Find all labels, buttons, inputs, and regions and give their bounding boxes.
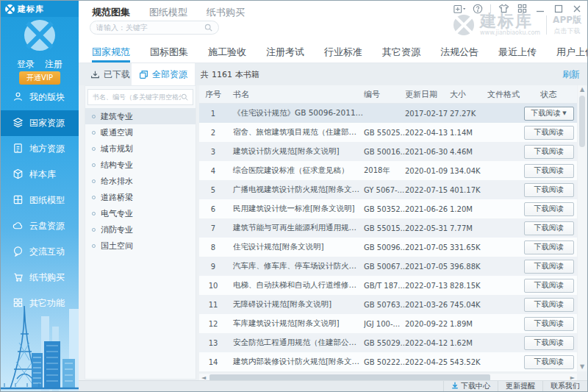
statusbar-联系我们[interactable]: 联系我们: [542, 381, 587, 391]
table-row[interactable]: 4综合医院建设标准（征求意见稿）2018年2020-01-09134.04K下载…: [199, 161, 577, 180]
download-read-button[interactable]: 下载阅读: [524, 145, 574, 159]
table-row[interactable]: 14建筑内部装修设计防火规范[附条文说明]GB 50222...2022-04-…: [199, 352, 577, 371]
minimize-icon[interactable]: [534, 3, 546, 14]
sidebar-item-纸书购买[interactable]: 纸书购买: [1, 265, 79, 291]
sidebar-item-地方资源[interactable]: 地方资源: [1, 136, 79, 162]
cell-code: GB 50016...: [364, 148, 405, 156]
category-tab-用户上传[interactable]: 用户上传: [556, 41, 588, 63]
watermark-app-download[interactable]: APP版 点击下载: [553, 14, 581, 36]
tab-downloaded[interactable]: 已下载: [90, 63, 130, 85]
nav-tab-规范图集[interactable]: 规范图集: [92, 6, 130, 19]
download-read-button[interactable]: 下载阅读: [524, 240, 574, 254]
sidebar-item-国家资源[interactable]: 国家资源: [1, 110, 79, 136]
table-row[interactable]: 8住宅设计规范[附条文说明]GB 50096...2021-07-05331.6…: [199, 238, 577, 257]
download-read-button[interactable]: 下载阅读: [524, 355, 574, 369]
register-link[interactable]: 注册: [45, 59, 62, 69]
table-row[interactable]: 11无障碍设计规范[附条文说明]GB 50763...2021-03-26745…: [199, 295, 577, 314]
login-link[interactable]: 登录: [17, 59, 35, 69]
nav-tab-纸书购买[interactable]: 纸书购买: [207, 6, 245, 19]
table-row[interactable]: 7建筑节能与可再生能源利用通用规范[附条文说明]GB 55015...2022-…: [199, 218, 577, 238]
cell-date: 2022-07-15: [405, 186, 450, 194]
table-row[interactable]: 1《住宅设计规范》GB 50096-2011局部修订条文及说...2017-02…: [199, 104, 577, 123]
filter-category-给水排水[interactable]: 给水排水: [85, 173, 196, 189]
category-tab-行业标准[interactable]: 行业标准: [324, 41, 362, 63]
sidebar-item-图纸模型[interactable]: 图纸模型: [1, 188, 79, 213]
filter-category-暖通空调[interactable]: 暖通空调: [85, 124, 196, 140]
download-read-button[interactable]: 下载阅读: [524, 298, 574, 312]
cell-no: 11: [199, 301, 227, 309]
sidebar-item-云盘资源[interactable]: 云盘资源: [1, 213, 79, 239]
table-row[interactable]: 2宿舍、旅馆建筑项目规范（住建部公开版）GB 55025...2022-04-1…: [199, 123, 577, 142]
filter-category-城市规划[interactable]: 城市规划: [85, 140, 196, 157]
filter-category-国土空间[interactable]: 国土空间: [85, 238, 196, 254]
download-tray-icon: [90, 70, 100, 79]
vertical-scrollbar[interactable]: ▲ ▼: [578, 85, 587, 371]
refresh-button[interactable]: 刷新: [562, 63, 580, 85]
category-tab-法规公告[interactable]: 法规公告: [440, 41, 478, 63]
sidebar-item-我的版块[interactable]: 我的版块: [1, 85, 79, 110]
cell-status: 下载阅读: [520, 355, 577, 369]
statusbar-下载中心[interactable]: 下载中心: [443, 381, 498, 391]
global-search-input[interactable]: 请输入：关键字: [90, 21, 219, 35]
filter-category-结构专业[interactable]: 结构专业: [85, 157, 196, 173]
help-icon[interactable]: [472, 3, 484, 14]
app-download-label: 点击下载: [554, 26, 581, 36]
download-read-button[interactable]: 下载阅读: [524, 317, 574, 331]
table-row[interactable]: 5广播电视建筑设计防火规范[附条文说明]GY 5067-...2022-07-1…: [199, 180, 577, 199]
table-row[interactable]: 10电梯、自动扶梯和自动人行道维修规范GB/T 187...2022-07-13…: [199, 276, 577, 295]
tab-all-resources[interactable]: 全部资源: [132, 63, 195, 85]
table-row[interactable]: 9汽车库、修车库、停车场设计防火规范[附条文说明]GB 50067...2021…: [199, 257, 577, 276]
sidebar-item-交流互动[interactable]: 交流互动: [1, 239, 79, 265]
sidebar-item-样本库[interactable]: 样本库: [1, 162, 79, 188]
nav-tab-图纸模型[interactable]: 图纸模型: [149, 6, 187, 19]
maximize-icon[interactable]: [553, 3, 564, 14]
global-search-placeholder: 请输入：关键字: [96, 23, 204, 33]
filter-search-input[interactable]: 书名、编号（多关键字用空格分隔）: [87, 89, 193, 105]
cloud-icon: [12, 220, 24, 233]
theme-skin-icon[interactable]: [498, 3, 509, 14]
bullet-icon: [92, 179, 96, 183]
open-vip-button[interactable]: 开通VIP: [19, 71, 60, 85]
statusbar-更新提醒[interactable]: 更新提醒: [498, 381, 542, 391]
scroll-down-icon[interactable]: ▼: [580, 364, 584, 370]
filter-category-电气专业[interactable]: 电气专业: [85, 205, 196, 221]
category-tab-注册考试[interactable]: 注册考试: [266, 41, 304, 63]
vertical-scroll-thumb[interactable]: [579, 96, 585, 147]
filter-category-道路桥梁[interactable]: 道路桥梁: [85, 189, 196, 205]
cell-code: GB 55029...: [364, 339, 405, 347]
cell-date: 2017-02-17: [405, 110, 450, 118]
category-tab-其它资源[interactable]: 其它资源: [382, 41, 420, 63]
download-read-label: 下载阅读: [531, 108, 560, 118]
cell-date: 2022-04-13: [405, 129, 450, 137]
table-row[interactable]: 6民用建筑设计统一标准[附条文说明]GB 50352...2021-06-261…: [199, 199, 577, 218]
filter-category-消防专业[interactable]: 消防专业: [85, 221, 196, 238]
download-read-button[interactable]: 下载阅读: [524, 221, 574, 235]
category-tab-施工验收[interactable]: 施工验收: [208, 41, 246, 63]
category-tab-最近上传[interactable]: 最近上传: [498, 41, 537, 63]
scroll-up-icon[interactable]: ▲: [580, 87, 584, 93]
download-read-button[interactable]: 下载阅读: [524, 279, 574, 293]
table-row[interactable]: 13安全防范工程通用规范（住建部公开版）GB 55029...2022-04-1…: [199, 333, 577, 352]
sidebar-item-其它功能[interactable]: 其它功能: [1, 291, 79, 316]
sidebar-menu: 我的版块国家资源地方资源样本库图纸模型云盘资源交流互动纸书购买其它功能: [1, 85, 79, 316]
bullet-icon: [92, 212, 96, 215]
category-tab-国家规范[interactable]: 国家规范: [92, 41, 130, 63]
cell-date: 2020-09-22: [405, 320, 450, 328]
download-read-button[interactable]: 下载阅读: [524, 183, 574, 197]
download-read-button[interactable]: 下载阅读▼: [524, 107, 574, 121]
download-read-button[interactable]: 下载阅读: [524, 260, 574, 274]
category-tab-国标图集[interactable]: 国标图集: [150, 41, 188, 63]
table-row[interactable]: 12车库建筑设计规范[附条文说明]JGJ 100-...2020-09-221.…: [199, 314, 577, 333]
filter-category-建筑专业[interactable]: 建筑专业: [85, 108, 196, 124]
table-row[interactable]: 3建筑设计防火规范[附条文说明]GB 50016...2021-06-304.4…: [199, 142, 577, 161]
apps-grid-icon[interactable]: [516, 3, 528, 14]
capture-icon[interactable]: [453, 3, 465, 14]
cell-code: GB 50096...: [364, 243, 405, 252]
cell-code: GB 50222...: [364, 358, 405, 366]
download-read-button[interactable]: 下载阅读: [524, 164, 574, 178]
download-read-button[interactable]: 下载阅读: [524, 202, 574, 216]
books-table: 序号书名编号更新日期大小文件格式状态1《住宅设计规范》GB 50096-2011…: [199, 85, 577, 371]
download-read-button[interactable]: 下载阅读: [524, 126, 574, 140]
download-read-button[interactable]: 下载阅读: [524, 336, 574, 350]
close-icon[interactable]: [571, 3, 583, 14]
